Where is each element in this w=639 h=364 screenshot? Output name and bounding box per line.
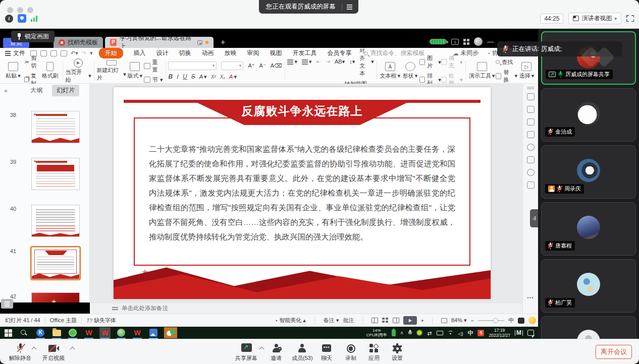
section-button[interactable]: 节▾	[144, 76, 163, 84]
file-menu[interactable]: 文件	[5, 49, 25, 57]
action-center-icon[interactable]	[527, 330, 534, 336]
slide-thumbnail-39[interactable]: ★	[31, 158, 80, 190]
assistant-icon[interactable]	[518, 318, 524, 324]
start-video-button[interactable]: 开启视频	[42, 343, 65, 362]
tray-ime-indicator[interactable]: 中	[467, 329, 473, 337]
participant-tile[interactable]: 周录庆	[541, 145, 636, 199]
shapes-button[interactable]: 形状▾	[401, 60, 419, 82]
members-button[interactable]: 成员(53)	[292, 343, 313, 362]
tab-outline[interactable]: 大纲	[26, 85, 47, 96]
zoom-slider[interactable]	[478, 320, 504, 321]
normal-view-icon[interactable]	[371, 318, 378, 323]
skill-icon[interactable]	[527, 169, 535, 176]
reference-book-icon[interactable]	[527, 181, 535, 189]
font-color-button[interactable]: ▾	[199, 74, 207, 80]
tray-sogou-icon[interactable]: S	[477, 330, 484, 336]
align-text-button[interactable]: 对齐文本▾	[359, 47, 374, 77]
share-options-chevron[interactable]	[259, 347, 264, 352]
play-options-icon[interactable]: ▾	[421, 318, 423, 323]
menu-review[interactable]: 审阅	[247, 49, 259, 57]
superscript-button[interactable]	[211, 73, 216, 80]
participant-tile[interactable]: 柏广昊	[541, 259, 636, 313]
paste-button[interactable]: 粘贴▾	[2, 60, 24, 82]
slide-thumbnail-38[interactable]: ★	[31, 111, 80, 143]
numbered-list-button[interactable]: ▾	[302, 58, 312, 65]
tray-m-icon[interactable]: M	[515, 330, 523, 336]
clear-format-button[interactable]: A⌫	[271, 63, 282, 69]
fit-slide-icon[interactable]	[441, 318, 447, 323]
account-avatar[interactable]	[474, 37, 483, 46]
menu-insert[interactable]: 插入	[134, 49, 146, 57]
settings-button[interactable]: 设置	[392, 343, 403, 362]
apps-button[interactable]: 应用	[368, 343, 380, 362]
menu-design[interactable]: 设计	[156, 49, 169, 57]
leave-meeting-button[interactable]: 离开会议	[596, 345, 632, 359]
text-box-button[interactable]: A文本框▾	[380, 60, 401, 82]
layout-button[interactable]: 版式▾	[126, 60, 144, 82]
resource-package-icon[interactable]	[527, 156, 535, 163]
tray-clock[interactable]: 17:192022/12/27	[489, 328, 510, 338]
settings-tool-icon[interactable]	[527, 106, 535, 113]
fullscreen-icon[interactable]	[626, 15, 634, 22]
play-from-current-button[interactable]: 当页开始▾	[66, 60, 91, 82]
increase-font-button[interactable]: A⁺	[248, 63, 254, 69]
select-button[interactable]: ▷选择▾	[517, 60, 536, 82]
view-mode-button[interactable]: 演讲者视图 ▾	[568, 13, 621, 24]
italic-button[interactable]	[177, 73, 179, 81]
new-tab-button[interactable]: +	[221, 37, 225, 48]
text-direction-button[interactable]: AB▾	[335, 58, 345, 65]
output-icon[interactable]	[40, 50, 47, 56]
tab-slides[interactable]: 幻灯片	[52, 85, 79, 96]
invite-button[interactable]: + 邀请	[271, 343, 282, 362]
theme-label[interactable]: Office 主题	[50, 317, 77, 324]
participant-tile[interactable]	[541, 316, 636, 339]
video-options-chevron[interactable]	[70, 347, 75, 352]
meeting-info-icon[interactable]: i	[5, 15, 13, 23]
underline-button[interactable]	[183, 73, 187, 80]
taskbar-camera-app[interactable]	[116, 327, 127, 338]
decrease-font-button[interactable]: A⁻	[259, 63, 266, 69]
menu-transition[interactable]: 切换	[179, 49, 191, 57]
taskbar-wps-1[interactable]: W	[83, 327, 94, 338]
slide-thumbnail-40[interactable]	[31, 205, 80, 237]
taskbar-wps-active[interactable]: W	[99, 327, 111, 338]
tray-card-icon[interactable]	[437, 331, 443, 335]
taskbar-wps-2[interactable]: W	[132, 327, 143, 338]
undo-icon[interactable]: ↶▾	[71, 50, 78, 56]
menu-slideshow[interactable]: 放映	[225, 49, 237, 57]
strikethrough-button[interactable]	[191, 73, 195, 80]
slide-thumbnail-41-selected[interactable]	[31, 247, 80, 279]
bold-button[interactable]	[168, 73, 173, 80]
current-slide[interactable]: 反腐败斗争永远在路上 二十大党章将"推动完善党和国家监督体系"纳入党的各级纪律检…	[114, 87, 491, 299]
share-screen-button[interactable]: 共享屏幕	[235, 343, 257, 362]
find-button[interactable]: 查找	[496, 58, 517, 66]
taskbar-app-browser[interactable]	[67, 327, 78, 338]
start-button[interactable]	[5, 329, 12, 337]
font-family-select[interactable]: ▾	[168, 62, 217, 70]
audio-options-chevron[interactable]	[32, 347, 37, 352]
replace-button[interactable]: 替换▾	[496, 69, 517, 84]
bullet-list-button[interactable]: ▾	[287, 58, 297, 65]
cpu-usage[interactable]: 14%CPU利用率	[366, 328, 387, 337]
notes-bar[interactable]: 单击此处添加备注	[90, 302, 522, 314]
window-grid-icon[interactable]	[463, 39, 469, 45]
more-tools-icon[interactable]: •••	[523, 295, 538, 300]
zoom-out-button[interactable]: −	[471, 318, 474, 324]
tray-wifi-icon[interactable]	[448, 331, 454, 335]
window-controls[interactable]	[7, 7, 33, 13]
slideshow-play-button[interactable]: ▶	[403, 316, 417, 325]
tray-mic-icon[interactable]	[408, 330, 412, 336]
format-painter-button[interactable]: 格式刷	[40, 60, 60, 82]
taskbar-meeting-app-active[interactable]	[164, 327, 177, 338]
help-icon[interactable]	[527, 144, 535, 151]
tray-network-switch-icon[interactable]	[427, 328, 432, 337]
taskbar-app-k[interactable]: K	[35, 327, 46, 338]
close-window-icon[interactable]	[7, 7, 13, 13]
rocket-tool-icon[interactable]	[527, 93, 535, 100]
record-button[interactable]: 录制	[345, 343, 356, 362]
preview-icon[interactable]	[61, 50, 67, 56]
minimize-app-icon[interactable]: —	[487, 38, 494, 45]
highlight-button[interactable]: ▾	[229, 74, 237, 80]
participant-tile[interactable]: 唐嘉程	[541, 202, 636, 256]
reading-view-icon[interactable]	[393, 318, 399, 323]
